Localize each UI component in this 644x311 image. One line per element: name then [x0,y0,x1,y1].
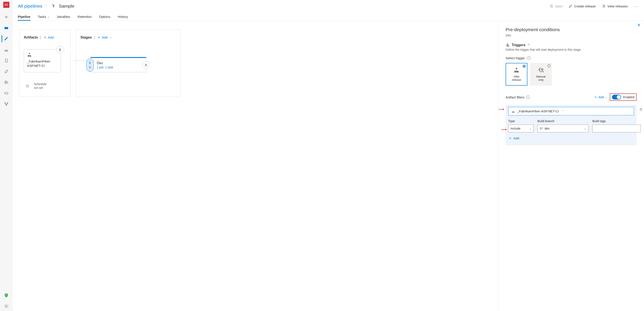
artifacts-title: Artifacts [24,35,38,39]
svg-point-15 [540,129,541,130]
close-panel-button[interactable]: ✕ [637,23,640,27]
artifact-filters-toggle[interactable] [612,95,621,99]
tab-history[interactable]: History [118,15,128,21]
svg-rect-1 [5,59,7,62]
nav-pipelines[interactable] [2,34,11,43]
artifacts-lane: Artifacts | Add [19,30,70,96]
artifact-name: _FabrikamFiber-ASP.NET-CI [27,59,58,68]
post-deployment-button[interactable] [142,61,150,69]
chevron-up-icon: ⌃ [528,43,530,47]
enabled-toggle-highlight: Enabled [610,93,636,101]
nav-item-2[interactable] [2,56,11,65]
deployment-icon [4,91,9,96]
add-filter-row-button[interactable]: Add [508,136,634,140]
lightning-icon [58,48,62,52]
pipeline-name[interactable]: Sample [59,3,74,9]
library-icon [4,80,9,85]
project-avatar[interactable]: AS [3,2,9,8]
save-button[interactable]: Save [550,4,562,8]
trash-icon [639,108,643,111]
add-artifact-button[interactable]: Add [43,35,54,39]
stages-title: Stages [80,35,92,39]
plus-icon [43,36,47,39]
artifact-card[interactable]: _FabrikamFiber-ASP.NET-CI [24,49,61,72]
build-icon [27,52,58,58]
triggers-icon [506,43,510,47]
svg-point-5 [6,105,7,106]
nav-settings[interactable] [2,302,11,311]
schedule-not-set[interactable]: Schedule not set [24,82,66,90]
view-releases-button[interactable]: View releases [602,4,628,8]
stage-jobs-link[interactable]: 1 job, 1 task [97,65,113,69]
gear-icon [4,304,9,309]
svg-rect-0 [4,27,8,29]
svg-point-6 [6,306,7,307]
build-tags-input[interactable] [592,125,641,132]
trigger-manual-only[interactable]: Manualonly [530,63,552,86]
branch-select[interactable]: dev ⌄ [538,125,588,132]
nav-item-6[interactable] [2,99,11,109]
nav-security[interactable] [2,291,11,300]
add-stage-button[interactable]: Add ⌄ [97,35,112,39]
svg-point-8 [53,4,54,5]
nav-boards[interactable] [2,23,11,33]
title-bar: All pipelines 〉 Sample Save Create relea… [13,0,644,12]
chevron-down-icon: ⌄ [48,15,50,18]
artifact-filter-header[interactable]: _FabrikamFiber-ASP.NET-CI ⌃ [508,107,634,115]
callout-arrow-icon [499,109,504,110]
factory-arrow-icon [514,67,520,73]
nav-add[interactable] [2,12,11,22]
chevron-right-icon: 〉 [45,4,48,8]
chevron-down-icon: ⌄ [529,127,531,130]
chevron-down-icon: ⌄ [605,96,607,99]
chevron-up-icon: ⌃ [562,110,564,113]
tab-retention[interactable]: Retention [78,15,92,21]
nav-item-4[interactable] [2,77,11,87]
radio-unselected-icon [548,64,550,67]
clock-hex-icon [24,82,31,90]
shield-check-icon [4,293,9,298]
type-select[interactable]: Include ⌄ [508,125,534,132]
stage-name: Dev [97,61,113,65]
triggers-section-header[interactable]: Triggers ⌃ [506,43,636,47]
title-actions: Save Create release View releases ··· [550,4,639,9]
rocket-icon [4,69,9,74]
artifact-trigger-badge[interactable] [56,46,64,54]
tab-pipeline[interactable]: Pipeline [18,15,30,21]
svg-point-13 [541,69,543,70]
add-artifact-filter-button[interactable]: Add ⌄ [594,95,607,99]
tags-column-label: Build tags [592,119,641,123]
tab-variables[interactable]: Variables [57,15,70,21]
nav-item-3[interactable] [2,67,11,76]
delete-filter-button[interactable] [639,108,643,112]
branch-column-label: Build branch [538,119,588,123]
select-trigger-label: Select trigger [506,56,525,60]
nav-item-5[interactable] [2,88,11,98]
canvas-connector [73,60,102,61]
plus-icon [594,96,597,99]
person-icon [88,66,92,69]
create-release-icon [568,4,572,8]
more-actions-button[interactable]: ··· [634,4,639,9]
tab-options[interactable]: Options [99,15,110,21]
info-icon[interactable]: i [526,95,530,99]
chevron-down-icon: ⌄ [584,127,586,130]
tab-tasks[interactable]: Tasks⌄ [38,15,50,21]
stage-card-dev[interactable]: Dev 1 job, 1 task [90,57,146,72]
branch-icon [540,127,543,130]
pipeline-type-icon [52,4,56,8]
pipeline-tabs: Pipeline Tasks⌄ Variables Retention Opti… [13,12,644,21]
info-icon[interactable]: i [527,56,530,60]
svg-point-12 [508,45,509,47]
svg-point-11 [145,64,146,65]
build-small-icon [512,110,515,113]
artifact-filter-block: _FabrikamFiber-ASP.NET-CI ⌃ Type Include… [506,105,636,145]
radio-selected-icon [522,65,526,68]
nav-item-1[interactable] [2,45,11,54]
taskgroups-icon [4,102,9,106]
pre-deployment-panel: ✕ Pre-deployment conditions Dev Triggers… [498,21,644,311]
breadcrumb-root-link[interactable]: All pipelines [18,3,42,9]
panel-stage-name: Dev [506,33,636,37]
create-release-button[interactable]: Create release [568,4,596,8]
trigger-after-release[interactable]: Afterrelease [506,63,528,86]
